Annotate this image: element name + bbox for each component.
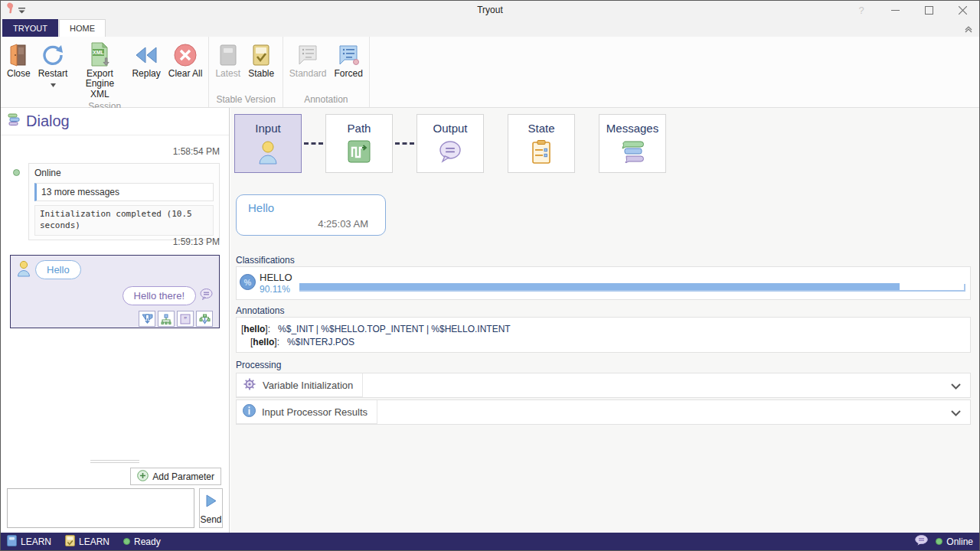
annotations-box: [hello]:%$_INIT | %$HELLO.TOP_INTENT | %…: [236, 317, 971, 353]
tab-state[interactable]: State: [508, 114, 575, 173]
init-message-item[interactable]: Initialization completed (10.5 seconds): [34, 205, 214, 236]
svg-text:”: ”: [184, 316, 187, 323]
statusbar-online-status: Online: [936, 536, 973, 547]
panel-splitter-grip[interactable]: [90, 460, 139, 464]
tab-path[interactable]: Path: [325, 114, 393, 173]
yellow-book-check-icon: [251, 41, 271, 69]
rewind-icon: [136, 41, 157, 69]
gray-annotation-bubble-icon: [296, 41, 319, 69]
show-output-flow-button[interactable]: [139, 311, 155, 327]
classification-icon: %: [240, 274, 256, 293]
annotation-row: [hello]:%$_INIT | %$HELLO.TOP_INTENT | %…: [241, 323, 965, 336]
group-label-stable-version: Stable Version: [211, 93, 279, 107]
add-parameter-button[interactable]: Add Parameter: [130, 468, 221, 485]
processing-header: Processing: [236, 360, 281, 370]
output-bubble-icon: [438, 140, 462, 166]
plus-circle-icon: [137, 470, 149, 484]
open-flow-tree-button[interactable]: [158, 311, 175, 327]
forced-button[interactable]: Forced: [331, 39, 367, 80]
green-dot: [123, 538, 130, 545]
chevron-down-icon[interactable]: [951, 406, 961, 419]
chat-input[interactable]: [7, 488, 194, 528]
statusbar: LEARN LEARN Ready Online: [1, 533, 979, 550]
online-label: Online: [34, 168, 214, 178]
timestamp: 1:58:54 PM: [173, 146, 220, 157]
bot-message-bubble[interactable]: Hello there!: [122, 286, 196, 305]
blue-annotation-bubble-icon: [337, 41, 360, 69]
processing-row-label: Variable Initialization: [263, 380, 353, 391]
speech-bubble-icon: [200, 289, 213, 303]
quick-access-dropdown-icon[interactable]: [18, 3, 25, 17]
confidence-bar-track: [299, 282, 965, 292]
user-icon: [17, 260, 31, 280]
flow-connector: [395, 142, 414, 145]
app-logo-icon: [5, 2, 15, 18]
green-dot: [936, 538, 942, 545]
messages-stack-icon: [619, 140, 645, 166]
user-icon: [256, 140, 279, 168]
info-icon: [243, 404, 256, 419]
input-view-panel: Input Path Output State: [230, 108, 979, 533]
replay-button[interactable]: Replay: [128, 39, 164, 80]
processing-row-input-processor-results[interactable]: Input Processor Results: [236, 399, 971, 425]
ribbon-group-session: Close Restart XML Export Engine XML: [1, 37, 209, 107]
classifications-box: % HELLO 90.11%: [236, 266, 971, 300]
clear-all-button[interactable]: Clear All: [165, 39, 207, 80]
state-clipboard-icon: [531, 140, 551, 167]
more-messages-item[interactable]: 13 more messages: [34, 183, 214, 201]
stable-button[interactable]: Stable: [244, 39, 278, 80]
processing-row-label: Input Processor Results: [262, 406, 368, 418]
minimize-button[interactable]: [878, 1, 912, 19]
statusbar-item-learn-stable[interactable]: LEARN: [65, 535, 109, 549]
collapse-ribbon-icon[interactable]: [964, 23, 973, 37]
titlebar: Tryout ?: [1, 1, 979, 19]
tab-home[interactable]: HOME: [59, 19, 106, 37]
door-icon: [7, 41, 30, 69]
input-message-text: Hello: [248, 201, 274, 214]
processing-row-variable-initialization[interactable]: Variable Initialization: [236, 373, 971, 398]
restart-button[interactable]: Restart: [34, 39, 72, 91]
standard-button: Standard: [286, 39, 331, 80]
statusbar-item-learn-latest[interactable]: LEARN: [7, 535, 51, 549]
tab-input[interactable]: Input: [234, 114, 302, 173]
annotation-row: [hello]:%$INTERJ.POS: [241, 336, 965, 349]
close-window-button[interactable]: [946, 1, 979, 19]
ribbon-tab-row: TRYOUT HOME: [1, 19, 979, 37]
window-title: Tryout: [1, 5, 979, 15]
group-label-annotation: Annotation: [286, 93, 367, 107]
chevron-down-icon[interactable]: [951, 379, 961, 393]
svg-text:XML: XML: [93, 50, 105, 55]
path-icon: [348, 140, 371, 166]
system-message-group: Online 13 more messages Initialization c…: [28, 163, 220, 240]
expand-hierarchy-button[interactable]: [196, 311, 213, 327]
chat-bubble-icon[interactable]: [915, 535, 928, 548]
ribbon-group-annotation: Standard Forced Annotation: [283, 37, 370, 107]
classification-row[interactable]: % HELLO 90.11%: [237, 267, 970, 299]
send-button[interactable]: Send: [199, 488, 223, 528]
user-message-bubble[interactable]: Hello: [35, 260, 81, 279]
gear-icon: [243, 377, 256, 393]
conversation-turn[interactable]: Hello Hello there! ”: [10, 255, 220, 328]
send-icon: [204, 494, 217, 510]
tab-tryout[interactable]: TRYOUT: [2, 19, 58, 37]
ribbon: Close Restart XML Export Engine XML: [1, 37, 979, 108]
dialog-panel: Dialog 1:58:54 PM Online 13 more message…: [1, 108, 230, 533]
dialog-panel-title: Dialog: [26, 112, 70, 130]
ribbon-group-stable-version: Latest Stable Stable Version: [209, 37, 283, 107]
svg-text:%: %: [244, 277, 252, 286]
restart-dropdown-icon[interactable]: [51, 80, 56, 90]
maximize-button[interactable]: [912, 1, 946, 19]
classification-confidence: 90.11%: [260, 284, 299, 295]
statusbar-item-ready: Ready: [123, 536, 161, 547]
tab-messages[interactable]: Messages: [599, 114, 666, 173]
view-quotes-button[interactable]: ”: [177, 311, 194, 327]
tab-output[interactable]: Output: [416, 114, 484, 173]
tryout-window: Tryout ? TRYOUT HOME: [0, 0, 980, 551]
online-status-dot: [13, 169, 20, 176]
export-engine-xml-button[interactable]: XML Export Engine XML: [71, 39, 128, 100]
red-x-circle-icon: [173, 41, 198, 69]
input-message-card[interactable]: Hello 4:25:03 AM: [236, 194, 386, 236]
yellow-book-check-icon: [65, 535, 75, 549]
help-button[interactable]: ?: [844, 5, 878, 16]
close-session-button[interactable]: Close: [3, 39, 34, 80]
